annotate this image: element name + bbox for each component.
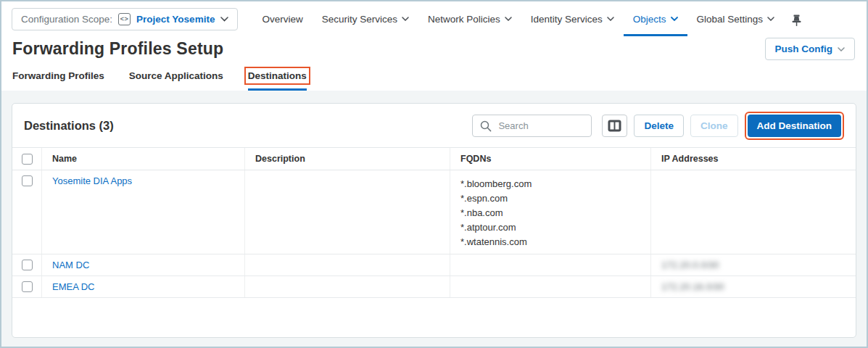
tab-label: Forwarding Profiles — [12, 70, 104, 81]
ip-addresses-cell — [651, 170, 856, 254]
configuration-scope-value: Project Yosemite — [136, 14, 215, 25]
nav-item-global-settings[interactable]: Global Settings — [687, 1, 785, 36]
scope-brackets-icon: <> — [118, 13, 131, 25]
panel-title: Destinations (3) — [24, 119, 114, 133]
nav-label: Network Policies — [428, 14, 500, 25]
row-select-cell — [12, 276, 42, 297]
nav-item-identity-services[interactable]: Identity Services — [521, 1, 624, 36]
fqdn-item: *.atptour.com — [460, 220, 532, 235]
pin-nav-button[interactable] — [791, 12, 802, 26]
row-checkbox[interactable] — [22, 260, 33, 270]
name-cell: Yosemite DIA Apps — [42, 170, 245, 254]
column-settings-button[interactable] — [602, 115, 627, 137]
fqdn-item: *.wtatennis.com — [460, 235, 532, 249]
tab-label: Source Applications — [129, 70, 223, 81]
table-row: Yosemite DIA Apps *.bloomberg.com *.espn… — [12, 170, 856, 254]
tab-forwarding-profiles[interactable]: Forwarding Profiles — [12, 69, 104, 91]
table-row: NAM DC 172.20.0.0/30 — [12, 254, 856, 276]
nav-label: Security Services — [322, 14, 397, 25]
row-checkbox[interactable] — [22, 175, 33, 186]
fqdn-item: *.nba.com — [460, 206, 532, 220]
chevron-down-icon — [838, 47, 845, 51]
panel-actions: Delete Clone Add Destination — [472, 112, 844, 140]
destination-name-link[interactable]: EMEA DC — [52, 281, 95, 292]
annotation-highlight-box: Destinations — [248, 70, 307, 81]
table-header-row: Name Description FQDNs IP Addresses — [12, 147, 856, 170]
nav-label: Global Settings — [697, 14, 764, 25]
delete-button[interactable]: Delete — [634, 115, 684, 137]
page-header: Forwarding Profiles Setup Push Config — [1, 36, 867, 69]
chevron-down-icon — [402, 17, 409, 21]
fqdn-item: *.bloomberg.com — [460, 177, 532, 191]
fqdns-cell: *.bloomberg.com *.espn.com *.nba.com *.a… — [450, 170, 651, 254]
ip-addresses-cell: 172.20.0.0/30 — [651, 254, 856, 276]
destination-name-link[interactable]: NAM DC — [52, 260, 89, 270]
table-row: EMEA DC 172.20.16.0/30 — [12, 276, 856, 298]
sub-tabs: Forwarding Profiles Source Applications … — [1, 69, 867, 91]
description-cell — [245, 276, 450, 297]
chevron-down-icon — [767, 17, 774, 21]
push-pin-icon — [791, 14, 802, 26]
search-box[interactable] — [472, 115, 592, 137]
redacted-ip-address: 172.20.16.0/30 — [661, 281, 724, 292]
panel-header: Destinations (3) Delete Clone Add Destin… — [12, 104, 856, 147]
top-bar: Configuration Scope: <> Project Yosemite… — [1, 1, 867, 36]
description-cell — [245, 170, 450, 254]
nav-label: Overview — [262, 14, 302, 25]
columns-icon — [608, 120, 621, 132]
redacted-ip-address: 172.20.0.0/30 — [661, 260, 719, 270]
nav-item-overview[interactable]: Overview — [252, 1, 312, 36]
ip-addresses-cell: 172.20.16.0/30 — [651, 276, 856, 297]
row-select-cell — [12, 254, 42, 276]
annotation-highlight-box: Add Destination — [745, 112, 845, 140]
fqdns-cell — [450, 254, 651, 276]
chevron-down-icon — [505, 17, 512, 21]
search-icon — [480, 120, 492, 132]
name-cell: NAM DC — [42, 254, 245, 276]
header-cell-name: Name — [42, 148, 245, 170]
row-select-cell — [12, 170, 42, 254]
nav-item-objects[interactable]: Objects — [624, 1, 687, 36]
header-cell-ip-addresses: IP Addresses — [651, 148, 856, 170]
header-cell-fqdns: FQDNs — [450, 148, 651, 170]
chevron-down-icon — [607, 17, 614, 21]
tab-destinations[interactable]: Destinations — [248, 69, 307, 91]
header-cell-description: Description — [245, 148, 450, 170]
fqdn-item: *.espn.com — [460, 191, 532, 206]
add-destination-button[interactable]: Add Destination — [748, 115, 842, 137]
destinations-panel: Destinations (3) Delete Clone Add Destin… — [12, 103, 856, 338]
nav-item-security-services[interactable]: Security Services — [313, 1, 418, 36]
header-cell-select — [12, 148, 42, 170]
chevron-down-icon — [220, 17, 228, 22]
name-cell: EMEA DC — [42, 276, 245, 297]
row-checkbox[interactable] — [22, 281, 33, 292]
configuration-scope-label: Configuration Scope: — [21, 14, 112, 25]
nav-label: Objects — [633, 14, 666, 25]
description-cell — [245, 254, 450, 276]
page-title: Forwarding Profiles Setup — [12, 39, 223, 59]
destination-name-link[interactable]: Yosemite DIA Apps — [52, 175, 132, 186]
push-config-label: Push Config — [775, 44, 833, 54]
clone-button[interactable]: Clone — [690, 115, 738, 137]
app-window: Configuration Scope: <> Project Yosemite… — [0, 0, 868, 348]
tab-source-applications[interactable]: Source Applications — [129, 69, 223, 91]
nav-label: Identity Services — [531, 14, 603, 25]
select-all-checkbox[interactable] — [22, 154, 33, 165]
main-nav: Overview Security Services Network Polic… — [252, 1, 784, 36]
chevron-down-icon — [671, 17, 678, 21]
fqdn-list: *.bloomberg.com *.espn.com *.nba.com *.a… — [460, 175, 532, 254]
page-body: Destinations (3) Delete Clone Add Destin… — [1, 91, 867, 347]
fqdns-cell — [450, 276, 651, 297]
configuration-scope-selector[interactable]: Configuration Scope: <> Project Yosemite — [12, 8, 238, 30]
search-input[interactable] — [498, 120, 578, 131]
push-config-button[interactable]: Push Config — [765, 38, 856, 60]
nav-item-network-policies[interactable]: Network Policies — [418, 1, 521, 36]
